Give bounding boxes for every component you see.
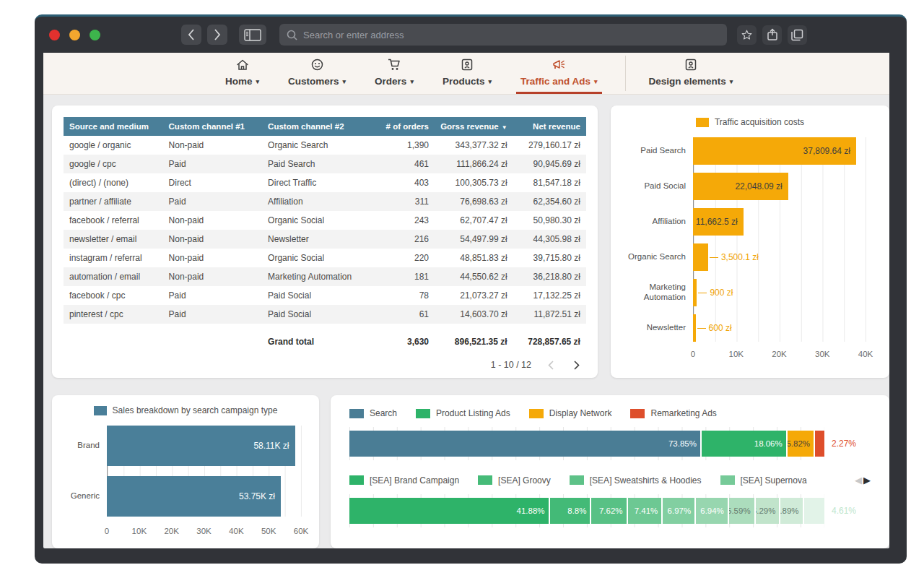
axis-tick-label: 30K (196, 527, 211, 535)
table-row: newsletter / emailNon-paidNewsletter2165… (64, 230, 586, 249)
chevron-left-icon (548, 361, 554, 370)
bar-row: Marketing Automation900 zł (693, 279, 876, 306)
sidebar-toggle-button[interactable] (239, 25, 266, 45)
traffic-acquisition-costs-chart-card: Traffic acquisition costsPaid Search37,8… (611, 105, 889, 378)
bar-segment: 6.97% (661, 498, 694, 524)
legend-swatch (696, 118, 709, 127)
bar-segment (803, 498, 824, 524)
table-row: automation / emailNon-paidMarketing Auto… (64, 267, 586, 286)
dashboard-content: Source and mediumCustom channel #1Custom… (43, 95, 889, 548)
nav-item-label: Products (443, 76, 485, 87)
value-label: 22,048.09 zł (735, 181, 782, 191)
legend-label: [SEA] Supernova (741, 475, 807, 486)
legend-swatch (529, 409, 544, 418)
legend-item: Search (349, 408, 397, 418)
legend-label: [SEA] Brand Campaign (370, 475, 459, 486)
column-header[interactable]: Custom channel #1 (163, 117, 263, 136)
search-icon (287, 30, 297, 40)
table-cell: 54,497.99 zł (435, 230, 513, 249)
table-cell: 1,390 (372, 136, 435, 155)
x-axis: 010K20K30K40K (693, 350, 876, 361)
table-cell: 61 (372, 305, 435, 324)
column-header[interactable]: Gorss revenue▼ (435, 117, 513, 136)
nav-item-products[interactable]: Products▾ (441, 53, 493, 94)
table-cell: newsletter / email (64, 230, 163, 249)
minimize-window-button[interactable] (69, 30, 80, 40)
active-tab-underline (516, 92, 602, 94)
table-cell: instagram / referral (64, 249, 163, 267)
category-label: Paid Social (624, 181, 686, 191)
close-window-button[interactable] (49, 30, 60, 40)
grand-total-net: 728,857.65 zł (513, 334, 586, 350)
table-cell: Paid (163, 286, 263, 305)
address-bar[interactable] (279, 24, 727, 46)
legend-label: Remarketing Ads (650, 408, 716, 418)
legend-item: [SEA] Sweatshirts & Hoodies (570, 475, 702, 486)
bar: 58.11K zł (107, 426, 295, 466)
campaign-share-charts-card: SearchProduct Listing AdsDisplay Network… (331, 395, 889, 548)
axis-tick-label: 0 (105, 527, 109, 535)
label-connector (710, 257, 718, 258)
table-cell: 62,354.60 zł (513, 192, 586, 211)
legend-label: Search (370, 408, 397, 418)
table-cell: 36,218.80 zł (513, 267, 586, 286)
legend-item: Remarketing Ads (630, 408, 716, 418)
table-cell: 403 (372, 173, 435, 192)
search-input[interactable] (303, 30, 720, 40)
back-button[interactable] (181, 25, 201, 45)
table-cell: 100,305.73 zł (435, 173, 513, 192)
carousel-next-button[interactable]: ▶ (863, 475, 871, 486)
column-header[interactable]: # of orders (372, 117, 435, 136)
bar-row: Paid Search37,809.64 zł (693, 137, 876, 165)
previous-page-button[interactable] (544, 358, 557, 371)
legend-swatch (570, 475, 584, 485)
axis-tick-label: 20K (164, 527, 178, 535)
bar-segment: 5.59% (728, 498, 754, 524)
table-cell: 17,132.25 zł (513, 286, 586, 305)
grand-total-orders: 3,630 (372, 334, 435, 350)
column-header[interactable]: Custom channel #2 (262, 117, 372, 136)
bar-segment: 4.89% (779, 498, 802, 524)
legend-swatch (630, 409, 645, 418)
nav-item-orders[interactable]: Orders▾ (373, 53, 415, 94)
chevron-down-icon: ▾ (594, 78, 598, 85)
table-cell: facebook / referral (64, 211, 163, 230)
share-button[interactable] (762, 25, 782, 45)
column-header[interactable]: Net revenue (513, 117, 586, 136)
nav-item-home[interactable]: Home▾ (224, 53, 261, 94)
table-cell: 76,698.63 zł (435, 192, 513, 211)
chevron-right-icon (214, 29, 221, 40)
page-body: Home▾Customers▾Orders▾Products▾Traffic a… (43, 53, 889, 548)
category-label: Generic (64, 491, 100, 501)
bar-segment: 73.85% (349, 431, 700, 457)
legend-item: [SEA] Brand Campaign (349, 475, 459, 486)
nav-item-traffic-and-ads[interactable]: Traffic and Ads▾ (519, 53, 599, 94)
column-header[interactable]: Source and medium (64, 117, 163, 136)
stacked-chart-legend: [SEA] Brand Campaign[SEA] Groovy[SEA] Sw… (349, 475, 871, 486)
table-row: facebook / cpcPaidPaid Social7821,073.27… (64, 286, 586, 305)
zoom-window-button[interactable] (90, 30, 100, 40)
bookmark-button[interactable] (737, 25, 757, 45)
table-cell: Paid (163, 155, 263, 173)
table-row: pinterest / cpcPaidPaid Social6114,603.7… (64, 305, 586, 324)
bar-segment: 5.82% (786, 431, 814, 457)
category-label: Brand (64, 441, 100, 451)
table-cell: Marketing Automation (262, 267, 372, 286)
table-cell: partner / affiliate (64, 192, 163, 211)
table-cell: 78 (372, 286, 435, 305)
axis-tick-label: 40K (858, 350, 873, 358)
bar-segment: 7.62% (590, 498, 626, 524)
bar: 900 zł (693, 279, 697, 306)
product-tag-icon (461, 59, 473, 74)
carousel-previous-button[interactable]: ◀ (855, 475, 862, 486)
stacked-bar-zone: 41.88%8.8%7.62%7.41%6.97%6.94%5.59%5.29%… (349, 494, 824, 527)
forward-button[interactable] (207, 25, 227, 45)
tabs-button[interactable] (788, 25, 807, 45)
nav-item-design-elements[interactable]: Design elements▾ (648, 53, 735, 94)
next-page-button[interactable] (570, 358, 583, 371)
table-cell: google / cpc (64, 155, 163, 173)
nav-item-customers[interactable]: Customers▾ (287, 53, 347, 94)
table-cell: Affiliation (262, 192, 372, 211)
axis-tick-label: 40K (229, 527, 243, 535)
category-label: Paid Search (624, 146, 686, 156)
